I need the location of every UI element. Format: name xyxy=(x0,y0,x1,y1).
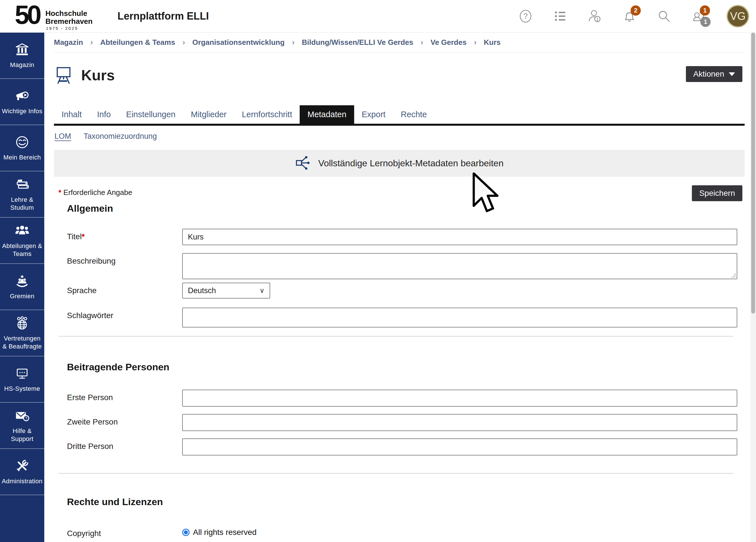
tab-info[interactable]: Info xyxy=(89,105,118,124)
tab-mitglieder[interactable]: Mitglieder xyxy=(183,105,234,124)
sidebar-item-administration[interactable]: Administration xyxy=(0,449,44,495)
assembly-icon xyxy=(15,274,30,292)
breadcrumb-separator: › xyxy=(292,38,295,47)
field-label-dritte-person: Dritte Person xyxy=(67,438,182,451)
page-title: Kurs xyxy=(81,67,115,84)
breadcrumb-link[interactable]: Ve Gerdes xyxy=(431,38,467,47)
dritte-person-input[interactable] xyxy=(182,438,737,455)
beschreibung-textarea[interactable] xyxy=(182,253,737,279)
resize-grip[interactable] xyxy=(731,273,736,278)
sidebar-item-lehre-studium[interactable]: Lehre & Studium xyxy=(0,171,44,218)
breadcrumb-separator: › xyxy=(182,38,185,47)
avatar[interactable]: VG xyxy=(726,5,749,28)
mail-help-icon: ? xyxy=(15,408,30,427)
copyright-radio-label: All rights reserved xyxy=(193,528,257,537)
tab-export[interactable]: Export xyxy=(354,105,393,124)
vertical-scrollbar[interactable] xyxy=(750,33,756,542)
monitor-icon xyxy=(15,366,30,385)
field-label-erste-person: Erste Person xyxy=(67,390,182,402)
sidebar-item-hilfe-support[interactable]: ? Hilfe & Support xyxy=(0,403,44,449)
section-divider xyxy=(58,473,733,474)
sidebar-item-vertretungen[interactable]: Vertretungen & Beauftragte xyxy=(0,310,44,356)
sidebar-item-label: Hilfe & Support xyxy=(1,427,43,443)
university-logo[interactable]: 50 Hochschule Bremerhaven 1975 - 2025 xyxy=(15,2,100,30)
megaphone-icon xyxy=(15,89,30,107)
breadcrumb-link[interactable]: Abteilungen & Teams xyxy=(100,38,175,47)
erste-person-input[interactable] xyxy=(182,390,737,407)
form-row-schlagwoerter: Schlagwörter xyxy=(54,308,745,327)
sidebar-item-label: Lehre & Studium xyxy=(1,196,43,211)
breadcrumb-separator: › xyxy=(474,38,476,47)
copyright-radio-option[interactable]: All rights reserved xyxy=(182,526,737,537)
search-icon[interactable] xyxy=(657,9,671,23)
save-button[interactable]: Speichern xyxy=(692,185,742,201)
header-icon-row: ? xyxy=(519,5,756,28)
breadcrumb-link[interactable]: Organisationsentwicklung xyxy=(192,38,285,47)
radio-selected-icon[interactable] xyxy=(182,529,190,536)
required-note: * Erforderliche Angabe xyxy=(58,188,132,197)
scrollbar-thumb[interactable] xyxy=(751,33,755,314)
logo-50: 50 xyxy=(15,3,39,27)
language-select[interactable]: Deutsch ∨ xyxy=(182,283,270,299)
sidebar-item-label: Abteilungen & Teams xyxy=(1,242,43,258)
smiley-icon xyxy=(15,135,30,154)
required-asterisk: * xyxy=(58,188,61,197)
field-label-copyright: Copyright xyxy=(67,526,182,538)
sidebar-item-label: Vertretungen & Beauftragte xyxy=(1,335,43,350)
globe-people-icon xyxy=(15,316,30,335)
form-row-copyright: Copyright All rights reserved xyxy=(54,526,745,538)
field-label-beschreibung: Beschreibung xyxy=(67,253,182,266)
tab-lernfortschritt[interactable]: Lernfortschritt xyxy=(234,105,300,124)
subtab-taxonomiezuordnung[interactable]: Taxonomiezuordnung xyxy=(84,132,157,141)
zweite-person-input[interactable] xyxy=(182,414,737,431)
field-label-titel: Titel* xyxy=(67,229,182,241)
sidebar-nav: Magazin Wichtige Infos Mein xyxy=(0,33,44,542)
sidebar-item-hs-systeme[interactable]: HS-Systeme xyxy=(0,356,44,403)
field-label-schlagwoerter: Schlagwörter xyxy=(67,308,182,320)
breadcrumb-link[interactable]: Magazin xyxy=(54,38,83,47)
breadcrumb-current[interactable]: Kurs xyxy=(484,38,501,47)
breadcrumb-link[interactable]: Bildung/Wissen/ELLI Ve Gerdes xyxy=(302,38,413,47)
sidebar-item-label: Gremien xyxy=(10,292,34,300)
bank-icon xyxy=(15,42,30,61)
contacts-badge: 1 xyxy=(700,5,710,16)
contacts-icon[interactable]: 1 1 xyxy=(692,9,705,23)
books-icon xyxy=(15,177,30,196)
svg-text:?: ? xyxy=(523,12,528,20)
banner-label: Vollständige Lernobjekt-Metadaten bearbe… xyxy=(318,158,504,169)
sidebar-item-mein-bereich[interactable]: Mein Bereich xyxy=(0,125,44,171)
notifications-badge: 2 xyxy=(631,5,641,16)
main-content: Magazin › Abteilungen & Teams › Organisa… xyxy=(44,33,750,542)
required-note-row: * Erforderliche Angabe Speichern xyxy=(54,185,745,202)
actions-button[interactable]: Aktionen xyxy=(686,66,742,82)
subtab-lom[interactable]: LOM xyxy=(54,132,71,141)
help-icon[interactable]: ? xyxy=(519,9,532,23)
form-row-titel: Titel* xyxy=(54,229,745,245)
app-title: Lernplattform ELLI xyxy=(117,10,209,22)
task-list-icon[interactable] xyxy=(553,9,567,23)
tab-inhalt[interactable]: Inhalt xyxy=(54,105,89,124)
breadcrumb-separator: › xyxy=(91,38,93,47)
sidebar-item-abteilungen-teams[interactable]: Abteilungen & Teams xyxy=(0,218,44,264)
tab-metadaten[interactable]: Metadaten xyxy=(300,105,354,124)
breadcrumb: Magazin › Abteilungen & Teams › Organisa… xyxy=(54,33,745,52)
tab-einstellungen[interactable]: Einstellungen xyxy=(118,105,183,124)
sidebar-item-label: Magazin xyxy=(10,61,34,69)
user-alert-icon[interactable] xyxy=(588,9,602,23)
schlagwoerter-input[interactable] xyxy=(182,308,737,327)
titel-input[interactable] xyxy=(182,229,737,245)
sidebar-item-label: Mein Bereich xyxy=(3,154,41,161)
sidebar-item-wichtige-infos[interactable]: Wichtige Infos xyxy=(0,79,44,125)
form-row-sprache: Sprache Deutsch ∨ xyxy=(54,283,745,299)
bell-icon[interactable]: 2 xyxy=(623,9,636,23)
tab-rechte[interactable]: Rechte xyxy=(393,105,434,124)
breadcrumb-separator: › xyxy=(421,38,423,47)
sidebar-item-gremien[interactable]: Gremien xyxy=(0,264,44,310)
sidebar-item-label: Wichtige Infos xyxy=(2,107,42,115)
chevron-down-icon: ∨ xyxy=(259,287,264,295)
logo-line1: Hochschule xyxy=(45,9,93,17)
course-easel-icon xyxy=(54,65,73,85)
field-label-sprache: Sprache xyxy=(67,283,182,295)
sidebar-item-magazin[interactable]: Magazin xyxy=(0,33,44,79)
edit-full-metadata-link[interactable]: Vollständige Lernobjekt-Metadaten bearbe… xyxy=(54,150,745,177)
